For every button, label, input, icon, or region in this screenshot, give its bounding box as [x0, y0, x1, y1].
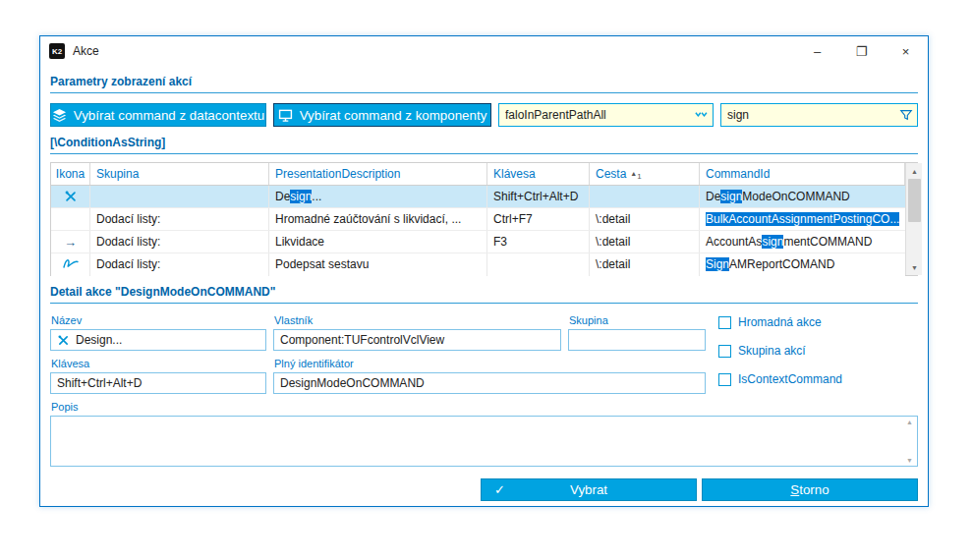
cell-commandid: SignAMReportCOMAND [700, 253, 905, 276]
parent-path-field-wrap [498, 103, 714, 127]
title-bar: K2 Akce – ❐ × [40, 36, 928, 66]
checkbox-label: Skupina akcí [738, 344, 806, 358]
cell-commandid: BulkAccountAssignmentPostingCO... [700, 208, 905, 230]
popis-label: Popis [51, 401, 918, 413]
skupina-input[interactable] [575, 333, 699, 347]
akce-dialog: K2 Akce – ❐ × Parametry zobrazení akcí V… [39, 35, 929, 507]
vlastnik-input[interactable] [280, 333, 554, 347]
checkbox-hromadna-akce[interactable]: Hromadná akce [718, 315, 842, 329]
arrow-right-icon: → [64, 235, 77, 250]
storno-label-initial: S [790, 482, 799, 497]
checkbox-box[interactable] [718, 373, 731, 386]
column-header-skupina[interactable]: Skupina [90, 163, 269, 185]
storno-button[interactable]: Storno [702, 478, 918, 501]
nazev-field[interactable]: Design... [50, 329, 266, 351]
skupina-label: Skupina [569, 314, 706, 326]
checkbox-iscontextcommand[interactable]: IsContextCommand [718, 372, 842, 386]
cell-cesta: \:detail [590, 253, 700, 276]
detail-form: Název Design... Vlastník Skupina [50, 308, 918, 467]
column-header-commandid[interactable]: CommandId [700, 163, 905, 185]
sort-order-index: 1 [637, 172, 641, 181]
table-scrollbar[interactable]: ▲ ▼ [905, 163, 922, 275]
cell-klavesa: Ctrl+F7 [487, 208, 590, 230]
cell-klavesa: F3 [487, 231, 590, 252]
cell-skupina: Dodací listy: [90, 253, 269, 276]
popis-textarea[interactable] [51, 417, 902, 466]
cell-skupina [90, 186, 269, 207]
check-icon: ✓ [494, 482, 505, 497]
cell-skupina: Dodací listy: [90, 208, 269, 230]
cell-commandid: AccountAssignmentCOMMAND [700, 231, 905, 252]
table-row[interactable]: → Dodací listy: Likvidace F3 \:detail Ac… [51, 231, 905, 253]
cell-presentation: Design... [269, 186, 487, 207]
parent-path-input[interactable] [505, 108, 690, 122]
nazev-value: Design... [76, 333, 122, 347]
vlastnik-label: Vlastník [274, 314, 561, 326]
checkbox-column: Hromadná akce Skupina akcí IsContextComm… [718, 315, 842, 401]
cell-cesta: \:detail [590, 231, 700, 252]
scrollbar-thumb[interactable] [908, 179, 921, 222]
checkbox-label: Hromadná akce [738, 315, 822, 329]
dropdown-chevrons-icon[interactable] [694, 109, 709, 122]
scroll-up-icon[interactable]: ▲ [906, 419, 913, 425]
window-title: Akce [73, 44, 99, 58]
monitor-icon [278, 108, 293, 123]
cell-presentation: Hromadné zaúčtování s likvidací, ... [269, 208, 487, 230]
filter-input[interactable] [727, 108, 895, 122]
cell-cesta: \:detail [590, 208, 700, 230]
select-command-datacontext-button[interactable]: Vybírat command z datacontextu [50, 103, 266, 127]
klavesa-input[interactable] [57, 376, 259, 390]
cell-presentation: Podepsat sestavu [269, 253, 487, 276]
plny-identifikator-label: Plný identifikátor [274, 358, 706, 369]
select-command-component-label: Vybírat command z komponenty [300, 108, 487, 123]
table-header-row: Ikona Skupina PresentationDescription Kl… [51, 163, 905, 186]
popis-scrollbar[interactable]: ▲ ▼ [902, 417, 917, 466]
checkbox-box[interactable] [718, 345, 731, 358]
minimize-button[interactable]: – [795, 36, 839, 66]
design-tools-icon [57, 334, 70, 347]
checkbox-skupina-akci[interactable]: Skupina akcí [718, 344, 842, 358]
column-header-presentationdescription[interactable]: PresentationDescription [269, 163, 487, 185]
table-row[interactable]: Dodací listy: Hromadné zaúčtování s likv… [51, 208, 905, 231]
scroll-down-icon[interactable]: ▼ [906, 457, 913, 464]
plny-identifikator-input[interactable] [280, 376, 699, 390]
column-header-cesta[interactable]: Cesta▲1 [590, 163, 700, 185]
section-detail-header: Detail akce "DesignModeOnCOMMAND" [50, 285, 918, 304]
cell-skupina: Dodací listy: [90, 231, 269, 252]
close-button[interactable]: × [884, 36, 928, 66]
actions-table: Ikona Skupina PresentationDescription Kl… [50, 162, 918, 276]
layers-icon [52, 108, 67, 123]
filter-field-wrap [720, 103, 918, 127]
klavesa-label: Klávesa [51, 358, 266, 369]
cell-cesta [590, 186, 700, 207]
design-tools-icon [64, 190, 78, 203]
scroll-up-icon[interactable]: ▲ [906, 163, 922, 179]
filter-funnel-icon[interactable] [899, 108, 913, 122]
select-command-datacontext-label: Vybírat command z datacontextu [74, 108, 264, 123]
column-header-klavesa[interactable]: Klávesa [487, 163, 590, 185]
popis-field: ▲ ▼ [50, 416, 918, 467]
nazev-label: Název [51, 314, 266, 326]
table-row[interactable]: Design... Shift+Ctrl+Alt+D DesignModeOnC… [51, 186, 905, 208]
checkbox-box[interactable] [718, 316, 731, 329]
storno-label-rest: torno [799, 482, 829, 497]
cell-presentation: Likvidace [269, 231, 487, 252]
checkbox-label: IsContextCommand [738, 372, 842, 386]
cell-commandid: DesignModeOnCOMMAND [700, 186, 905, 207]
column-header-ikona[interactable]: Ikona [51, 163, 90, 185]
section-condition-header: [\ConditionAsString] [50, 136, 918, 154]
scroll-down-icon[interactable]: ▼ [906, 259, 922, 275]
select-command-component-button[interactable]: Vybírat command z komponenty [273, 103, 491, 127]
vybrat-button[interactable]: ✓ Vybrat [481, 478, 697, 501]
app-logo-icon: K2 [49, 43, 65, 59]
table-row[interactable]: Dodací listy: Podepsat sestavu \:detail … [51, 253, 905, 276]
signature-icon [63, 257, 79, 269]
cell-klavesa: Shift+Ctrl+Alt+D [487, 186, 590, 207]
section-params-header: Parametry zobrazení akcí [50, 75, 918, 93]
maximize-button[interactable]: ❐ [839, 36, 884, 66]
cell-klavesa [487, 253, 590, 276]
vybrat-label: Vybrat [570, 482, 607, 497]
